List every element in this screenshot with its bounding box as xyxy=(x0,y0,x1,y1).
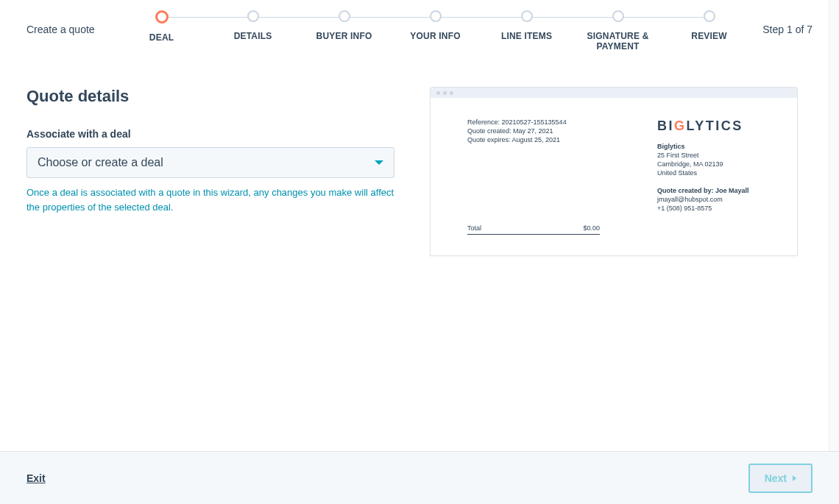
preview-address: 25 First Street xyxy=(657,152,760,159)
step-label: DEAL xyxy=(149,32,174,43)
section-title: Quote details xyxy=(26,87,394,106)
preview-address: United States xyxy=(657,169,760,177)
preview-email: jmayall@hubspot.com xyxy=(657,196,760,203)
preview-total-row: Total $0.00 xyxy=(467,224,600,235)
stepper: DEAL DETAILS BUYER INFO YOUR INFO LINE I… xyxy=(116,10,755,52)
preview-created-by: Quote created by: Joe Mayall xyxy=(657,187,760,194)
step-circle-icon xyxy=(247,10,259,22)
quote-preview: Reference: 20210527-155135544 Quote crea… xyxy=(430,87,798,256)
page-title: Create a quote xyxy=(26,10,116,35)
step-line-items[interactable]: LINE ITEMS xyxy=(481,10,573,41)
next-button[interactable]: Next xyxy=(748,464,813,493)
window-dot-icon xyxy=(443,91,447,95)
step-circle-icon xyxy=(430,10,442,22)
preview-reference: Reference: 20210527-155135544 xyxy=(467,118,628,126)
step-counter: Step 1 of 7 xyxy=(755,10,813,35)
step-circle-icon xyxy=(339,10,350,22)
step-label: LINE ITEMS xyxy=(501,31,552,41)
preview-total-label: Total xyxy=(467,224,481,232)
step-circle-icon xyxy=(155,10,169,24)
preview-company-name: Biglytics xyxy=(657,143,760,150)
preview-titlebar xyxy=(431,88,797,98)
chevron-right-icon xyxy=(793,475,796,481)
step-label: REVIEW xyxy=(691,31,727,41)
deal-select-placeholder: Choose or create a deal xyxy=(38,156,163,169)
step-details[interactable]: DETAILS xyxy=(208,10,299,41)
step-review[interactable]: REVIEW xyxy=(664,10,755,41)
caret-down-icon xyxy=(375,160,383,165)
preview-created: Quote created: May 27, 2021 xyxy=(467,127,628,135)
wizard-footer: Exit Next xyxy=(0,451,839,504)
step-your-info[interactable]: YOUR INFO xyxy=(390,10,481,41)
preview-total-value: $0.00 xyxy=(583,224,600,232)
deal-select[interactable]: Choose or create a deal xyxy=(26,147,394,178)
exit-button[interactable]: Exit xyxy=(26,472,46,484)
preview-address: Cambridge, MA 02139 xyxy=(657,160,760,168)
step-deal[interactable]: DEAL xyxy=(116,10,208,43)
step-buyer-info[interactable]: BUYER INFO xyxy=(299,10,390,41)
step-circle-icon xyxy=(612,10,624,22)
step-label: YOUR INFO xyxy=(410,31,460,41)
preview-expires: Quote expires: August 25, 2021 xyxy=(467,136,628,143)
step-circle-icon xyxy=(704,10,715,22)
deal-help-text: Once a deal is associated with a quote i… xyxy=(26,185,394,214)
scrollbar[interactable] xyxy=(829,0,839,451)
step-signature-payment[interactable]: SIGNATURE & PAYMENT xyxy=(573,10,664,52)
next-button-label: Next xyxy=(765,472,787,484)
step-circle-icon xyxy=(521,10,533,22)
step-label: BUYER INFO xyxy=(316,31,372,41)
preview-phone: +1 (508) 951-8575 xyxy=(657,205,760,212)
company-logo: BIGLYTICS xyxy=(657,118,760,134)
step-label: DETAILS xyxy=(234,31,272,41)
deal-field-label: Associate with a deal xyxy=(26,128,394,140)
window-dot-icon xyxy=(436,91,440,95)
step-label: SIGNATURE & PAYMENT xyxy=(573,31,664,52)
window-dot-icon xyxy=(450,91,453,95)
